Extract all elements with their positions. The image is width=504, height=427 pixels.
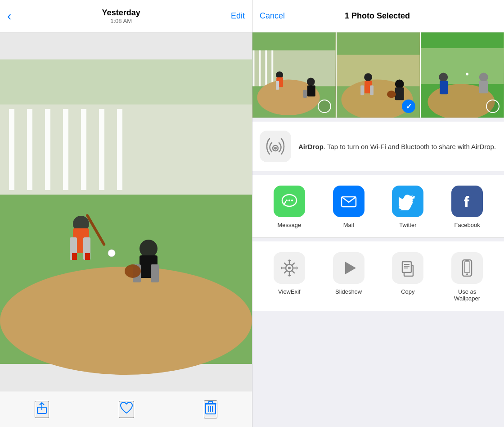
share-button[interactable] <box>35 401 49 418</box>
airdrop-icon-wrap <box>260 131 291 162</box>
action-copy[interactable]: Copy <box>392 252 423 302</box>
thumbnail-2[interactable] <box>337 32 421 118</box>
twitter-icon-box <box>392 186 423 217</box>
svg-point-53 <box>387 91 396 98</box>
viewexif-icon <box>279 258 299 278</box>
trash-button[interactable] <box>204 400 217 418</box>
message-icon-box <box>274 186 305 217</box>
thumbnails-row <box>252 32 504 118</box>
svg-rect-22 <box>72 253 77 260</box>
svg-point-20 <box>125 264 141 278</box>
left-toolbar <box>0 391 252 427</box>
mail-icon-box <box>333 186 364 217</box>
right-panel: Cancel 1 Photo Selected <box>252 0 504 427</box>
svg-rect-23 <box>85 253 90 260</box>
svg-point-57 <box>439 73 448 82</box>
svg-rect-78 <box>464 262 470 273</box>
share-icon <box>36 402 48 414</box>
viewexif-label: ViewExif <box>278 288 301 295</box>
share-twitter[interactable]: Twitter <box>392 186 423 228</box>
copy-icon-box <box>392 252 423 284</box>
svg-point-65 <box>286 200 288 201</box>
svg-rect-35 <box>265 50 267 86</box>
svg-rect-19 <box>151 264 159 282</box>
svg-point-63 <box>274 147 277 150</box>
share-mail[interactable]: Mail <box>333 186 364 228</box>
album-time: 1:08 AM <box>102 18 140 24</box>
svg-rect-61 <box>479 81 488 93</box>
action-wallpaper[interactable]: Use as Wallpaper <box>451 252 483 302</box>
facebook-icon <box>458 192 476 210</box>
cancel-button[interactable]: Cancel <box>260 11 285 21</box>
back-button[interactable]: ‹ <box>7 9 11 23</box>
wallpaper-icon-box <box>451 252 483 284</box>
viewexif-icon-box <box>274 252 305 284</box>
svg-rect-10 <box>117 109 122 190</box>
svg-point-66 <box>288 200 290 201</box>
svg-point-16 <box>140 240 158 258</box>
twitter-bird <box>399 192 417 210</box>
svg-point-67 <box>291 200 293 201</box>
message-label: Message <box>278 222 302 228</box>
share-message[interactable]: Message <box>274 186 305 228</box>
action-viewexif[interactable]: ViewExif <box>274 252 305 302</box>
main-photo <box>0 32 252 391</box>
svg-rect-9 <box>99 109 104 190</box>
svg-rect-4 <box>9 109 14 190</box>
album-title: Yesterday <box>102 8 140 18</box>
svg-rect-3 <box>0 104 252 195</box>
svg-point-47 <box>364 73 372 82</box>
airdrop-desc: . Tap to turn on Wi-Fi and Bluetooth to … <box>324 143 496 150</box>
svg-rect-5 <box>27 109 32 190</box>
svg-rect-59 <box>466 73 468 76</box>
svg-point-60 <box>479 73 488 82</box>
svg-rect-52 <box>395 87 404 100</box>
header-center: Yesterday 1:08 AM <box>102 8 140 24</box>
action-row: ViewExif Slideshow Copy <box>252 241 504 311</box>
thumb1-check[interactable] <box>318 100 331 113</box>
svg-rect-8 <box>81 109 86 190</box>
svg-rect-73 <box>402 262 411 273</box>
svg-rect-33 <box>252 50 254 86</box>
svg-marker-71 <box>345 262 356 274</box>
airdrop-title: AirDrop <box>298 143 324 150</box>
svg-rect-40 <box>276 81 279 90</box>
share-facebook[interactable]: Facebook <box>451 186 483 228</box>
slideshow-label: Slideshow <box>335 288 362 295</box>
slideshow-icon-box <box>333 252 364 284</box>
copy-label: Copy <box>401 288 414 295</box>
mail-label: Mail <box>343 222 354 228</box>
svg-rect-43 <box>303 90 307 98</box>
trash-icon <box>205 401 216 415</box>
svg-rect-27 <box>209 401 212 404</box>
left-header: ‹ Yesterday 1:08 AM Edit <box>0 0 252 32</box>
message-icon <box>280 192 298 210</box>
svg-rect-42 <box>307 85 315 96</box>
heart-button[interactable] <box>119 401 134 418</box>
svg-point-2 <box>0 267 252 375</box>
action-slideshow[interactable]: Slideshow <box>333 252 364 302</box>
svg-rect-34 <box>259 50 261 86</box>
svg-rect-6 <box>45 109 50 190</box>
airdrop-icon <box>265 136 286 157</box>
photo-selected-title: 1 Photo Selected <box>345 11 410 21</box>
thumb3-check[interactable] <box>486 100 500 113</box>
right-header: Cancel 1 Photo Selected <box>252 0 504 32</box>
svg-rect-50 <box>370 85 374 95</box>
share-row: Message Mail <box>252 175 504 238</box>
thumbnail-1[interactable] <box>252 32 337 118</box>
mail-icon <box>340 192 358 210</box>
edit-button[interactable]: Edit <box>231 11 245 21</box>
thumb2-check[interactable] <box>402 100 415 113</box>
wallpaper-label: Use as Wallpaper <box>454 288 480 302</box>
copy-icon <box>398 258 418 278</box>
svg-point-70 <box>288 267 291 269</box>
thumbnail-3[interactable] <box>421 32 504 118</box>
svg-rect-49 <box>360 85 364 95</box>
airdrop-section[interactable]: AirDrop. Tap to turn on Wi-Fi and Blueto… <box>252 122 504 171</box>
airdrop-description: AirDrop. Tap to turn on Wi-Fi and Blueto… <box>298 142 496 151</box>
facebook-icon-box <box>451 186 483 217</box>
svg-point-79 <box>466 273 468 275</box>
svg-point-21 <box>108 250 115 257</box>
svg-point-51 <box>395 79 404 88</box>
